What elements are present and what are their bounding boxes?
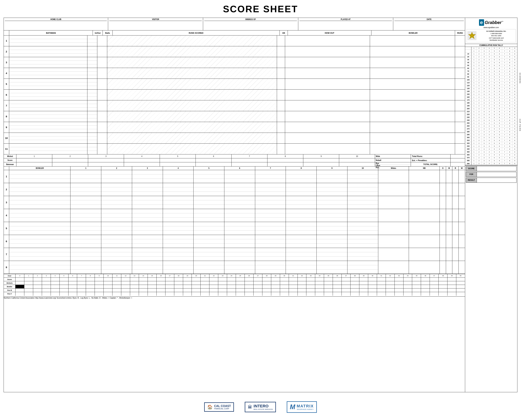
tally-37-digit-2[interactable]: 2 — [476, 156, 482, 159]
bowler-5-wides[interactable] — [378, 222, 409, 235]
tally-34-digit-2[interactable]: 2 — [476, 148, 482, 150]
bat-46-2[interactable] — [277, 46, 285, 57]
pen-b-cell-42[interactable] — [386, 288, 395, 292]
tally-24-digit-7[interactable]: 7 — [502, 119, 507, 122]
tally-17-digit-4[interactable]: 4 — [487, 99, 492, 101]
tally-3-digit-3[interactable]: 3 — [482, 58, 487, 61]
tally-25-digit-6[interactable]: 6 — [497, 122, 502, 125]
tally-2-digit-4[interactable]: 4 — [487, 55, 492, 58]
bowler-tally-cell-17[interactable] — [166, 285, 174, 288]
tally-12-digit-1[interactable]: 1 — [471, 84, 476, 87]
pen-f-cell-31[interactable] — [289, 292, 298, 296]
pen-b-cell-45[interactable] — [412, 288, 421, 292]
pen-f-cell-6[interactable] — [68, 292, 77, 296]
tally-28-digit-4[interactable]: 4 — [487, 130, 492, 133]
tally-26-digit-3[interactable]: 3 — [482, 125, 487, 128]
bowler-8-over-6[interactable] — [224, 261, 255, 274]
bowler-2-over-6[interactable] — [224, 183, 255, 196]
bowler-5-r[interactable] — [452, 222, 459, 235]
tally-21-digit-4[interactable]: 4 — [487, 110, 492, 113]
bowler-5-m[interactable] — [446, 222, 452, 235]
pen-f-cell-33[interactable] — [306, 292, 315, 296]
bat-runsright-4[interactable] — [455, 68, 465, 79]
bat-howout-11[interactable] — [285, 144, 370, 154]
tally-4-digit-5[interactable]: 5 — [492, 61, 497, 64]
bowler-3-r[interactable] — [452, 196, 459, 209]
wicket-cells-6[interactable]: 6 — [196, 154, 232, 158]
tally-24-digit-5[interactable]: 5 — [492, 119, 497, 122]
wicket-cells-8[interactable]: 8 — [267, 154, 303, 158]
tally-3-digit-4[interactable]: 4 — [487, 58, 492, 61]
bowler-4-o[interactable] — [440, 209, 446, 222]
bowler-2-over-2[interactable] — [101, 183, 132, 196]
bowler-6-over-4[interactable] — [163, 235, 194, 248]
bowler-tally-cell-23[interactable] — [218, 285, 227, 288]
pen-b-cell-7[interactable] — [77, 288, 86, 292]
bowler-8-over-7[interactable] — [255, 261, 286, 274]
bat-inout-9[interactable] — [87, 122, 97, 133]
bat-inout-8[interactable] — [87, 111, 97, 122]
tally-19-digit-6[interactable]: 6 — [497, 105, 502, 107]
pen-f-cell-15[interactable] — [148, 292, 157, 296]
pen-b-cell-38[interactable] — [350, 288, 359, 292]
tally-25-digit-4[interactable]: 4 — [487, 122, 492, 125]
bowler-5-over-3[interactable] — [132, 222, 163, 235]
pen-f-cell-1[interactable] — [24, 292, 33, 296]
tally-5-digit-7[interactable]: 7 — [502, 64, 507, 67]
pen-f-cell-29[interactable] — [271, 292, 280, 296]
tally-27-digit-9[interactable]: 9 — [512, 128, 517, 130]
pen-b-cell-50[interactable] — [456, 288, 465, 292]
bowler-tally-cell-40[interactable] — [368, 285, 377, 288]
tally-6-digit-4[interactable]: 4 — [487, 67, 492, 70]
bowler-8-over-9[interactable] — [317, 261, 347, 274]
tally-28-digit-2[interactable]: 2 — [476, 130, 482, 133]
bat-bowler-2[interactable] — [370, 46, 455, 57]
tally-32-digit-4[interactable]: 4 — [487, 142, 492, 145]
score-cells-7[interactable] — [232, 158, 267, 162]
bowler-7-over-5[interactable] — [194, 248, 224, 261]
tally-5-digit-9[interactable]: 9 — [512, 64, 517, 67]
bowler-2-over-7[interactable] — [255, 183, 286, 196]
tally-21-digit-1[interactable]: 1 — [471, 110, 476, 113]
bowler-2-over-10[interactable] — [347, 183, 378, 196]
bowler-5-over-5[interactable] — [194, 222, 224, 235]
pen-f-cell-26[interactable] — [245, 292, 254, 296]
pen-f-cell-39[interactable] — [359, 292, 368, 296]
bowler-3-over-10[interactable] — [347, 196, 378, 209]
pen-b-cell-16[interactable] — [157, 288, 166, 292]
tally-36-digit-4[interactable]: 4 — [487, 154, 492, 156]
tally-18-digit-7[interactable]: 7 — [502, 102, 507, 104]
wickets-cell-33[interactable] — [306, 281, 315, 285]
pen-f-cell-9[interactable] — [95, 292, 104, 296]
tally-13-digit-6[interactable]: 6 — [497, 87, 502, 90]
bat-inout-10[interactable] — [87, 133, 97, 143]
bowler-1-r[interactable] — [452, 170, 459, 183]
wickets-cell-9[interactable] — [95, 281, 104, 285]
tally-6-digit-9[interactable]: 9 — [512, 67, 517, 70]
tally-28-digit-9[interactable]: 9 — [512, 130, 517, 133]
tally-2-digit-6[interactable]: 6 — [497, 55, 502, 58]
wickets-cell-14[interactable] — [139, 281, 148, 285]
tally-24-digit-9[interactable]: 9 — [512, 119, 517, 122]
pen-b-cell-28[interactable] — [262, 288, 271, 292]
bowler-2-o[interactable] — [440, 183, 446, 196]
tally-17-digit-8[interactable]: 8 — [507, 99, 512, 101]
tally-29-digit-6[interactable]: 6 — [497, 133, 502, 136]
tally-11-digit-6[interactable]: 6 — [497, 82, 502, 84]
bowler-3-over-8[interactable] — [286, 196, 317, 209]
bowler-name-6[interactable] — [9, 235, 70, 248]
tally-26-digit-1[interactable]: 1 — [471, 125, 476, 128]
tally-13-digit-4[interactable]: 4 — [487, 87, 492, 90]
wickets-cell-2[interactable] — [33, 281, 42, 285]
tally-9-digit-8[interactable]: 8 — [507, 76, 512, 78]
bowler-2-over-1[interactable] — [70, 183, 101, 196]
tally-0-digit-8[interactable]: 8 — [507, 50, 512, 52]
wickets-cell-30[interactable] — [280, 281, 289, 285]
wickets-cell-29[interactable] — [271, 281, 280, 285]
bowler-8-r[interactable] — [452, 261, 459, 274]
score-cell-3[interactable] — [42, 278, 51, 281]
tally-0-digit-9[interactable]: 9 — [512, 50, 517, 52]
tally-37-digit-3[interactable]: 3 — [482, 156, 487, 159]
score-cell-40[interactable] — [368, 278, 377, 281]
bat-46-9[interactable] — [277, 122, 285, 133]
